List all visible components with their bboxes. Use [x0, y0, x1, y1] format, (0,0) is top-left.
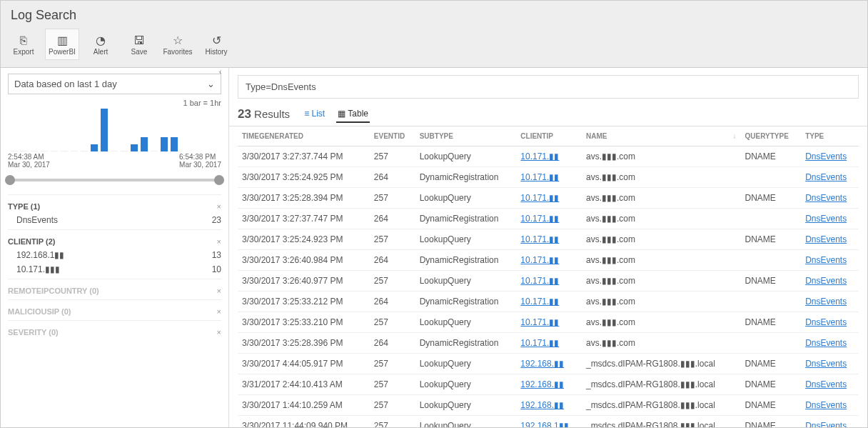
table-row[interactable]: 3/30/2017 3:25:33.212 PM264DynamicRegist…: [238, 292, 859, 312]
cell-eventid: 264: [370, 292, 415, 312]
save-button[interactable]: 🖫Save: [122, 29, 156, 60]
table-row[interactable]: 3/30/2017 3:25:33.210 PM257LookupQuery10…: [238, 312, 859, 333]
cell-clientip[interactable]: 10.171.▮▮: [516, 209, 582, 229]
cell-clientip[interactable]: 192.168.1▮▮: [516, 416, 582, 429]
chart-date-start: Mar 30, 2017: [8, 161, 50, 169]
cell-type[interactable]: DnsEvents: [801, 395, 859, 416]
col-name[interactable]: NAME↓: [582, 126, 741, 146]
cell-querytype: DNAME: [741, 312, 802, 333]
slider-knob-left[interactable]: [5, 175, 15, 185]
cell-type[interactable]: DnsEvents: [801, 167, 859, 188]
table-row[interactable]: 3/30/2017 4:44:05.917 PM257LookupQuery19…: [238, 354, 859, 374]
cell-clientip[interactable]: 10.171.▮▮: [516, 229, 582, 250]
results-bar: 23 Results ≡ List ▦ Table: [229, 103, 867, 126]
cell-type[interactable]: DnsEvents: [801, 146, 859, 167]
facet-remove-icon[interactable]: ×: [217, 287, 221, 295]
cell-time: 3/30/2017 3:26:40.984 PM: [238, 250, 370, 271]
facet-item[interactable]: 10.171.▮▮▮10: [8, 260, 221, 274]
favorites-icon: ☆: [173, 34, 183, 48]
facet-remove-icon[interactable]: ×: [217, 328, 221, 337]
cell-time: 3/30/2017 3:26:40.977 PM: [238, 271, 370, 292]
cell-type[interactable]: DnsEvents: [801, 354, 859, 374]
facet-clientip: CLIENTIP (2)×192.168.1▮▮1310.171.▮▮▮10: [8, 229, 221, 279]
header: Log Search ⎘Export▥PowerBI◔Alert🖫Save☆Fa…: [1, 1, 867, 68]
page-title: Log Search: [1, 1, 867, 26]
favorites-button[interactable]: ☆Favorites: [161, 29, 195, 60]
cell-clientip[interactable]: 10.171.▮▮: [516, 271, 582, 292]
cell-name: _msdcs.dIPAM-RG1808.▮▮▮.local: [582, 416, 741, 429]
cell-subtype: LookupQuery: [415, 395, 517, 416]
table-row[interactable]: 3/30/2017 3:25:28.396 PM264DynamicRegist…: [238, 333, 859, 354]
alert-button[interactable]: ◔Alert: [84, 29, 118, 60]
cell-clientip[interactable]: 10.171.▮▮: [516, 167, 582, 188]
cell-eventid: 257: [370, 374, 415, 395]
facet-remove-icon[interactable]: ×: [217, 237, 221, 246]
table-row[interactable]: 3/30/2017 11:44:09.940 PM257LookupQuery1…: [238, 416, 859, 429]
cell-clientip[interactable]: 192.168.▮▮: [516, 395, 582, 416]
histogram-bar: [51, 151, 58, 151]
col-subtype[interactable]: SUBTYPE: [415, 126, 517, 146]
col-eventid[interactable]: EVENTID: [370, 126, 415, 146]
result-count-label: Results: [254, 108, 290, 120]
table-row[interactable]: 3/30/2017 3:25:24.925 PM264DynamicRegist…: [238, 167, 859, 188]
col-querytype[interactable]: QUERYTYPE: [741, 126, 802, 146]
slider-knob-right[interactable]: [214, 175, 224, 185]
query-input[interactable]: Type=DnsEvents: [238, 75, 859, 99]
cell-type[interactable]: DnsEvents: [801, 333, 859, 354]
cell-name: avs.▮▮▮.com: [582, 292, 741, 312]
cell-type[interactable]: DnsEvents: [801, 271, 859, 292]
histogram-bar: [11, 151, 18, 151]
col-clientip[interactable]: CLIENTIP: [516, 126, 582, 146]
facet-remove-icon[interactable]: ×: [217, 307, 221, 316]
cell-clientip[interactable]: 10.171.▮▮: [516, 292, 582, 312]
cell-type[interactable]: DnsEvents: [801, 209, 859, 229]
cell-clientip[interactable]: 10.171.▮▮: [516, 250, 582, 271]
cell-type[interactable]: DnsEvents: [801, 250, 859, 271]
cell-type[interactable]: DnsEvents: [801, 229, 859, 250]
cell-type[interactable]: DnsEvents: [801, 374, 859, 395]
cell-clientip[interactable]: 10.171.▮▮: [516, 312, 582, 333]
table-view-button[interactable]: ▦ Table: [336, 106, 370, 123]
export-button[interactable]: ⎘Export: [6, 29, 41, 60]
cell-type[interactable]: DnsEvents: [801, 416, 859, 429]
col-type[interactable]: TYPE: [801, 126, 859, 146]
table-row[interactable]: 3/30/2017 3:27:37.747 PM264DynamicRegist…: [238, 209, 859, 229]
cell-eventid: 264: [370, 167, 415, 188]
cell-type[interactable]: DnsEvents: [801, 292, 859, 312]
list-view-button[interactable]: ≡ List: [303, 106, 326, 123]
facet-item[interactable]: 192.168.1▮▮13: [8, 246, 221, 260]
collapse-sidebar-icon[interactable]: ‹: [219, 68, 229, 78]
cell-name: avs.▮▮▮.com: [582, 167, 741, 188]
table-row[interactable]: 3/30/2017 3:26:40.977 PM257LookupQuery10…: [238, 271, 859, 292]
cell-type[interactable]: DnsEvents: [801, 188, 859, 209]
cell-clientip[interactable]: 10.171.▮▮: [516, 146, 582, 167]
histogram-bar: [21, 151, 28, 151]
table-row[interactable]: 3/31/2017 2:44:10.413 AM257LookupQuery19…: [238, 374, 859, 395]
table-row[interactable]: 3/30/2017 3:25:24.923 PM257LookupQuery10…: [238, 229, 859, 250]
powerbi-button[interactable]: ▥PowerBI: [45, 29, 79, 60]
chart-date-end: Mar 30, 2017: [179, 161, 221, 169]
cell-clientip[interactable]: 192.168.▮▮: [516, 354, 582, 374]
table-row[interactable]: 3/30/2017 3:26:40.984 PM264DynamicRegist…: [238, 250, 859, 271]
cell-clientip[interactable]: 10.171.▮▮: [516, 333, 582, 354]
time-range-dropdown[interactable]: Data based on last 1 day ⌄: [8, 74, 221, 94]
col-timegenerated[interactable]: TIMEGENERATED: [238, 126, 370, 146]
sort-icon: ↓: [733, 132, 737, 140]
table-row[interactable]: 3/30/2017 3:27:37.744 PM257LookupQuery10…: [238, 146, 859, 167]
facet-item[interactable]: DnsEvents23: [8, 211, 221, 225]
cell-eventid: 257: [370, 395, 415, 416]
cell-subtype: LookupQuery: [415, 416, 517, 429]
cell-clientip[interactable]: 10.171.▮▮: [516, 188, 582, 209]
facet-severity: SEVERITY (0)×: [8, 320, 221, 341]
time-slider[interactable]: [8, 179, 221, 181]
facet-remove-icon[interactable]: ×: [217, 202, 221, 211]
cell-type[interactable]: DnsEvents: [801, 312, 859, 333]
cell-querytype: [741, 209, 802, 229]
chart-time-end: 6:54:38 PM: [179, 153, 221, 161]
history-button[interactable]: ↺History: [199, 29, 233, 60]
table-row[interactable]: 3/30/2017 1:44:10.259 AM257LookupQuery19…: [238, 395, 859, 416]
query-text: Type=DnsEvents: [246, 81, 316, 92]
cell-subtype: DynamicRegistration: [415, 333, 517, 354]
cell-clientip[interactable]: 192.168.▮▮: [516, 374, 582, 395]
table-row[interactable]: 3/30/2017 3:25:28.394 PM257LookupQuery10…: [238, 188, 859, 209]
